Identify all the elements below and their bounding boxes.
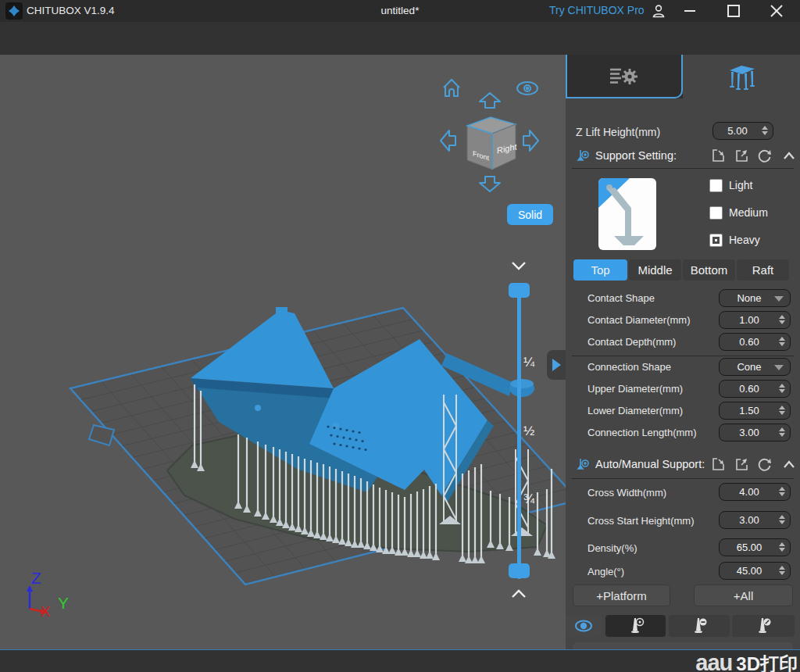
connection-length-input[interactable]: 3.00 xyxy=(719,424,791,441)
density-label: Density(%) xyxy=(588,542,638,554)
checkbox-box[interactable] xyxy=(709,206,723,220)
viewport-3d[interactable]: Front Right Solid ¼ ½ ¾ Z X Y xyxy=(0,55,566,649)
bottom-bar: aau 3D打印 xyxy=(0,649,800,672)
contact-depth-label: Contact Depth(mm) xyxy=(588,336,676,348)
axis-y-label: Y xyxy=(58,594,69,612)
rotate-down-icon[interactable] xyxy=(477,173,502,194)
try-pro-link[interactable]: Try CHITUBOX Pro xyxy=(549,4,645,16)
axis-x-label: X xyxy=(41,603,51,617)
z-lift-input[interactable]: 5.00 xyxy=(712,122,773,140)
slider-step-up-icon[interactable] xyxy=(510,588,527,600)
watermark-aau: aau xyxy=(695,650,732,672)
z-lift-label: Z Lift Height(mm) xyxy=(576,126,660,138)
contact-depth-input[interactable]: 0.60 xyxy=(719,333,791,351)
clipped-button-row[interactable] xyxy=(573,642,793,649)
export-profile-icon[interactable] xyxy=(734,148,749,163)
flyout-arrow-icon xyxy=(552,359,561,371)
part-tab-bottom[interactable]: Bottom xyxy=(683,259,735,281)
auto-manual-support-icon xyxy=(575,456,591,472)
add-support-tool-button[interactable] xyxy=(605,615,666,637)
upper-diameter-input[interactable]: 0.60 xyxy=(719,380,791,398)
support-setting-title: Support Setting: xyxy=(595,149,677,162)
add-platform-button[interactable]: +Platform xyxy=(573,584,670,606)
reset-support-icon[interactable] xyxy=(757,456,773,472)
chitubox-window: CHITUBOX V1.9.4 untitled* Try CHITUBOX P… xyxy=(0,0,800,672)
rotate-left-icon[interactable] xyxy=(438,128,459,153)
render-mode-button[interactable]: Solid xyxy=(507,204,553,225)
plate-notch xyxy=(89,425,114,445)
slider-mark-half: ½ xyxy=(523,424,544,439)
contact-diameter-input[interactable]: 1.00 xyxy=(719,311,791,329)
dropdown-arrow-icon xyxy=(774,296,784,302)
axis-z-label: Z xyxy=(31,569,41,587)
weight-heavy-checkbox[interactable]: Heavy xyxy=(709,233,760,247)
rotate-up-icon[interactable] xyxy=(477,91,502,111)
cross-width-label: Cross Width(mm) xyxy=(588,487,666,499)
slice-slider-handle-top[interactable] xyxy=(509,283,530,298)
edit-support-icon xyxy=(754,617,773,635)
export-support-icon[interactable] xyxy=(734,456,749,472)
part-tab-top[interactable]: Top xyxy=(573,259,627,281)
part-tab-middle[interactable]: Middle xyxy=(629,259,681,281)
maximize-button[interactable] xyxy=(720,0,747,22)
angle-label: Angle(°) xyxy=(588,566,624,577)
minimize-button[interactable] xyxy=(677,0,703,22)
import-support-icon[interactable] xyxy=(710,456,726,472)
delete-support-tool-button[interactable] xyxy=(669,615,730,637)
panel-flyout-tab[interactable] xyxy=(547,350,566,380)
account-icon[interactable] xyxy=(645,0,672,22)
panel-tab-row xyxy=(566,55,800,98)
slider-step-down-icon[interactable] xyxy=(510,259,527,272)
angle-input[interactable]: 45.00 xyxy=(719,562,791,580)
slice-slider-handle-bottom[interactable] xyxy=(509,563,530,578)
slice-slider-track[interactable] xyxy=(517,290,521,579)
spinner-arrows[interactable] xyxy=(762,126,768,135)
view-icon[interactable] xyxy=(514,78,541,98)
density-input[interactable]: 65.00 xyxy=(719,538,791,556)
delete-support-icon xyxy=(690,617,709,635)
contact-diameter-label: Contact Diameter(mm) xyxy=(588,314,690,326)
watermark: aau 3D打印 xyxy=(695,650,798,672)
edit-support-tool-button[interactable] xyxy=(732,615,795,637)
tab-support-settings[interactable] xyxy=(683,55,800,98)
support-preview-image xyxy=(598,178,656,250)
cross-start-height-label: Cross Start Height(mm) xyxy=(588,515,695,527)
support-settings-icon xyxy=(723,63,759,90)
connection-shape-label: Connection Shape xyxy=(588,361,671,373)
weight-medium-checkbox[interactable]: Medium xyxy=(709,206,768,220)
connection-shape-select[interactable]: Cone xyxy=(719,358,791,376)
support-panel: Z Lift Height(mm) 5.00 Support Setting: … xyxy=(566,55,800,649)
slice-settings-icon xyxy=(607,64,641,88)
lower-diameter-label: Lower Diameter(mm) xyxy=(588,405,683,416)
auto-manual-support-title: Auto/Manual Support: xyxy=(595,458,705,470)
toolbar-strip xyxy=(0,22,800,55)
collapse-auto-manual-icon[interactable] xyxy=(781,457,797,473)
rotate-right-icon[interactable] xyxy=(520,128,541,153)
contact-shape-label: Contact Shape xyxy=(588,292,655,304)
weight-light-checkbox[interactable]: Light xyxy=(709,178,752,192)
divider xyxy=(572,356,794,356)
lower-diameter-input[interactable]: 1.50 xyxy=(719,402,791,420)
add-support-icon xyxy=(627,617,645,635)
checkbox-box[interactable] xyxy=(709,234,723,247)
close-button[interactable] xyxy=(763,0,790,22)
tab-slice-settings[interactable] xyxy=(566,55,683,98)
show-supports-eye-icon xyxy=(573,618,594,634)
navigation-cube[interactable]: Front Right xyxy=(459,113,522,175)
import-profile-icon[interactable] xyxy=(710,148,726,163)
slider-mark-quarter: ¼ xyxy=(523,355,544,370)
part-tab-raft[interactable]: Raft xyxy=(737,259,789,281)
watermark-3dprint: 3D打印 xyxy=(736,652,798,672)
cross-start-height-input[interactable]: 3.00 xyxy=(719,511,791,529)
show-supports-button[interactable] xyxy=(566,615,602,637)
collapse-support-setting-icon[interactable] xyxy=(781,148,797,164)
checkbox-box[interactable] xyxy=(709,179,723,192)
reset-profile-icon[interactable] xyxy=(757,148,773,163)
support-setting-icon xyxy=(575,148,591,163)
cross-width-input[interactable]: 4.00 xyxy=(719,483,791,501)
add-all-button[interactable]: +All xyxy=(694,584,793,606)
home-icon[interactable] xyxy=(440,77,463,100)
divider xyxy=(572,478,794,479)
contact-shape-select[interactable]: None xyxy=(719,289,791,307)
divider xyxy=(572,168,794,169)
